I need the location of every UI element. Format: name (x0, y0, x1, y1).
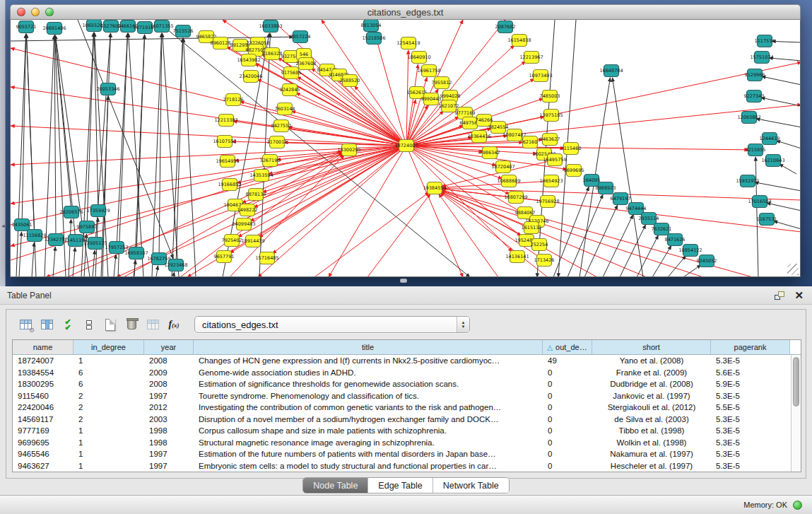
cell-short[interactable]: Jankovic et al. (1997) (592, 390, 711, 402)
cell-in_degree[interactable]: 6 (73, 367, 144, 379)
citation-edge-black[interactable] (32, 243, 34, 277)
cell-short[interactable]: Tibbo et al. (1998) (592, 425, 711, 437)
cell-in_degree[interactable]: 1 (73, 355, 144, 367)
citation-edge-black[interactable] (163, 33, 179, 277)
cell-out_de[interactable]: 0 (543, 390, 592, 402)
graph-node[interactable]: 13975185 (539, 110, 563, 122)
cell-name[interactable]: 9463627 (13, 460, 73, 472)
graph-node[interactable]: 9175685 (281, 67, 302, 79)
graph-node[interactable]: 16648784 (599, 65, 623, 77)
citation-edge-black[interactable] (777, 141, 801, 148)
graph-node[interactable]: 1713426 (534, 255, 555, 267)
citation-edge-black[interactable] (584, 205, 618, 277)
resize-grip[interactable] (787, 264, 799, 275)
cell-in_degree[interactable]: 2 (73, 390, 144, 402)
row-height-button[interactable] (78, 315, 100, 334)
graph-node[interactable]: 10854122 (678, 245, 702, 257)
graph-node[interactable]: 16961758 (417, 65, 440, 77)
graph-node[interactable]: 19654923 (539, 175, 563, 187)
cell-title[interactable]: Changes of HCN gene expression and I(f) … (194, 355, 543, 367)
network-graph[interactable]: 9055721206914061065528715276029466160107… (11, 20, 801, 277)
citation-edge-black[interactable] (762, 76, 801, 85)
table-row[interactable]: 946362711997Embryonic stem cells: a mode… (13, 460, 801, 472)
cell-short[interactable]: Franke et al. (2009) (592, 367, 711, 379)
cell-title[interactable]: Corpus callosum shape and size in male p… (194, 425, 543, 437)
cell-year[interactable]: 1998 (144, 425, 194, 437)
table-row[interactable]: 946554611997Estimation of the future num… (13, 448, 801, 460)
cell-name[interactable]: 22420046 (13, 402, 73, 414)
cell-year[interactable]: 2008 (144, 378, 194, 390)
graph-node[interactable]: 2367608 (296, 58, 317, 70)
cell-year[interactable]: 1997 (144, 390, 194, 402)
graph-node[interactable]: 62160 (523, 136, 538, 148)
column-header-title[interactable]: title (194, 340, 543, 354)
citation-edge-red[interactable] (297, 61, 406, 146)
column-header-pagerank[interactable]: pagerank (711, 340, 790, 354)
graph-node[interactable]: 252254 (531, 239, 548, 251)
citation-edge-black[interactable] (118, 33, 128, 277)
close-panel-icon[interactable]: ✕ (794, 291, 804, 300)
tab-node-table[interactable]: Node Table (303, 478, 368, 493)
graph-node[interactable]: 9699695 (564, 165, 584, 177)
graph-node[interactable]: 1167531 (757, 214, 777, 226)
citation-edge-black[interactable] (567, 194, 603, 277)
cell-name[interactable]: 9115460 (13, 390, 73, 402)
cell-pagerank[interactable]: 5.3E-5 (711, 460, 790, 472)
graph-node[interactable]: 2718126 (223, 94, 244, 106)
select-all-button[interactable]: ✔✔ (57, 315, 78, 334)
cell-year[interactable]: 2003 (144, 414, 194, 426)
cell-name[interactable]: 18300295 (13, 378, 73, 390)
graph-node[interactable]: 9055721 (16, 21, 37, 33)
citation-edge-black[interactable] (779, 164, 796, 174)
cell-pagerank[interactable]: 5.3E-5 (711, 414, 790, 426)
graph-node[interactable]: 20053346 (96, 83, 119, 95)
graph-node[interactable]: 8988923 (596, 182, 616, 194)
graph-node[interactable]: 2935114 (639, 213, 659, 225)
graph-node[interactable]: 23420046 (239, 71, 262, 83)
graph-node[interactable]: 6479197 (611, 193, 631, 205)
cell-short[interactable]: Hescheler et al. (1997) (592, 460, 711, 472)
cell-name[interactable]: 9699695 (13, 437, 73, 449)
table-row[interactable]: 911546021997Tourette syndrome. Phenomeno… (13, 390, 801, 402)
cell-pagerank[interactable]: 5.5E-5 (711, 402, 790, 414)
graph-node[interactable]: 9975887 (77, 221, 98, 233)
graph-node[interactable]: 8186328 (262, 48, 283, 60)
delete-rows-button[interactable] (121, 315, 142, 334)
table-row[interactable]: 977716911998Corpus callosum shape and si… (13, 425, 801, 437)
graph-node[interactable]: 8878134 (246, 189, 266, 201)
cell-short[interactable]: Wolkin et al. (1998) (592, 437, 711, 449)
cell-in_degree[interactable]: 1 (73, 460, 144, 472)
citation-edge-black[interactable] (774, 221, 801, 229)
graph-node[interactable]: 12213967 (519, 52, 543, 64)
graph-node[interactable]: 7986342 (480, 147, 500, 159)
graph-node[interactable]: 8960128 (211, 37, 231, 49)
graph-node[interactable]: 7485003 (540, 90, 560, 103)
graph-node[interactable]: 8215955 (746, 144, 766, 156)
cell-title[interactable]: Structural magnetic resonance image aver… (194, 437, 543, 449)
graph-node[interactable]: 17359929 (86, 205, 110, 217)
citation-edge-black[interactable] (22, 34, 26, 225)
graph-node[interactable]: 7515526 (173, 25, 194, 37)
column-header-short[interactable]: short (592, 340, 711, 354)
cell-out_de[interactable]: 0 (543, 437, 592, 449)
citation-edge-black[interactable] (767, 203, 801, 211)
citation-edge-black[interactable] (136, 35, 145, 253)
citation-edge-black[interactable] (755, 182, 801, 191)
graph-node[interactable]: 9463627 (540, 134, 560, 146)
graph-node[interactable]: 1117534 (755, 35, 775, 47)
cell-title[interactable]: Investigating the contribution of common… (194, 402, 543, 414)
graph-node[interactable]: 18640910 (407, 52, 430, 64)
citation-edge-black[interactable] (26, 34, 35, 235)
cell-short[interactable]: Dudbridge et al. (2008) (592, 378, 711, 390)
collapse-left-arrow-icon[interactable]: ◄ (1, 223, 6, 228)
table-row[interactable]: 1872400712008Changes of HCN gene express… (13, 355, 801, 367)
cell-pagerank[interactable]: 5.3E-5 (711, 355, 790, 367)
cell-title[interactable]: Estimation of significance thresholds fo… (194, 378, 543, 390)
cell-in_degree[interactable]: 1 (73, 448, 144, 460)
cell-out_de[interactable]: 0 (543, 402, 592, 414)
graph-node[interactable]: 16210643 (761, 155, 784, 167)
graph-node[interactable]: 8427552 (271, 120, 292, 132)
column-header-name[interactable]: name (13, 340, 73, 354)
cell-out_de[interactable]: 0 (543, 448, 592, 460)
graph-node[interactable]: 10688609 (497, 175, 520, 187)
